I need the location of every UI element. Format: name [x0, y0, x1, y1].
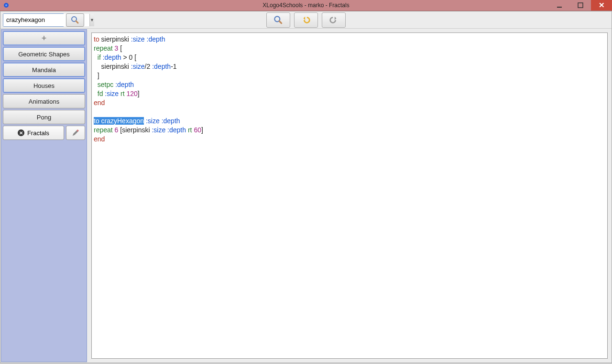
redo-icon: [328, 15, 339, 25]
procedure-combo[interactable]: ▼: [3, 13, 64, 27]
zoom-button[interactable]: [266, 12, 290, 28]
toolbar: ▼: [0, 11, 612, 29]
combo-dropdown-icon[interactable]: ▼: [89, 14, 94, 26]
sidebar: + Geometric Shapes Mandala Houses Animat…: [1, 29, 87, 362]
sidebar-item-fractals[interactable]: ✕ Fractals: [3, 126, 64, 140]
highlighted-text: to crazyHexagon: [94, 117, 144, 125]
svg-line-7: [279, 21, 281, 23]
search-button[interactable]: [66, 13, 84, 27]
code-editor[interactable]: to sierpinski :size :depth repeat 3 [ if…: [91, 32, 608, 359]
app-frame: ▼: [0, 11, 612, 363]
sidebar-item-geometric-shapes[interactable]: Geometric Shapes: [3, 47, 85, 61]
sidebar-item-label: Houses: [33, 82, 55, 89]
window-title: XLogo4Schools - marko - Fractals: [0, 2, 612, 9]
sidebar-item-pong[interactable]: Pong: [3, 110, 85, 124]
add-category-button[interactable]: +: [3, 31, 85, 45]
sidebar-item-animations[interactable]: Animations: [3, 94, 85, 108]
svg-rect-2: [557, 7, 562, 8]
sidebar-active-row: ✕ Fractals: [3, 126, 85, 140]
svg-rect-3: [578, 3, 583, 8]
sidebar-item-label: Geometric Shapes: [18, 51, 70, 58]
close-button[interactable]: ✕: [591, 0, 612, 11]
sidebar-item-label: Pong: [37, 114, 51, 121]
plus-icon: +: [42, 33, 47, 43]
sidebar-item-houses[interactable]: Houses: [3, 78, 85, 93]
sidebar-item-mandala[interactable]: Mandala: [3, 63, 85, 77]
pencil-icon: [71, 128, 80, 137]
window-controls: ✕: [549, 0, 612, 11]
app-icon: [2, 1, 10, 9]
code-content: to sierpinski :size :depth repeat 3 [ if…: [92, 33, 607, 146]
minimize-button[interactable]: [549, 0, 570, 11]
toolbar-center: [266, 12, 346, 28]
undo-icon: [301, 15, 311, 25]
sidebar-active-label: Fractals: [27, 129, 49, 137]
svg-point-1: [5, 4, 7, 6]
redo-button[interactable]: [322, 12, 346, 28]
edit-category-button[interactable]: [66, 126, 85, 140]
titlebar: XLogo4Schools - marko - Fractals ✕: [0, 0, 612, 11]
undo-button[interactable]: [294, 12, 318, 28]
maximize-button[interactable]: [570, 0, 591, 11]
sidebar-item-label: Mandala: [32, 66, 56, 74]
magnifier-icon: [70, 15, 80, 25]
close-tag-icon[interactable]: ✕: [18, 129, 24, 136]
magnifier-icon: [273, 15, 284, 25]
content: + Geometric Shapes Mandala Houses Animat…: [0, 29, 612, 363]
sidebar-item-label: Animations: [29, 98, 59, 105]
svg-line-5: [76, 21, 78, 23]
